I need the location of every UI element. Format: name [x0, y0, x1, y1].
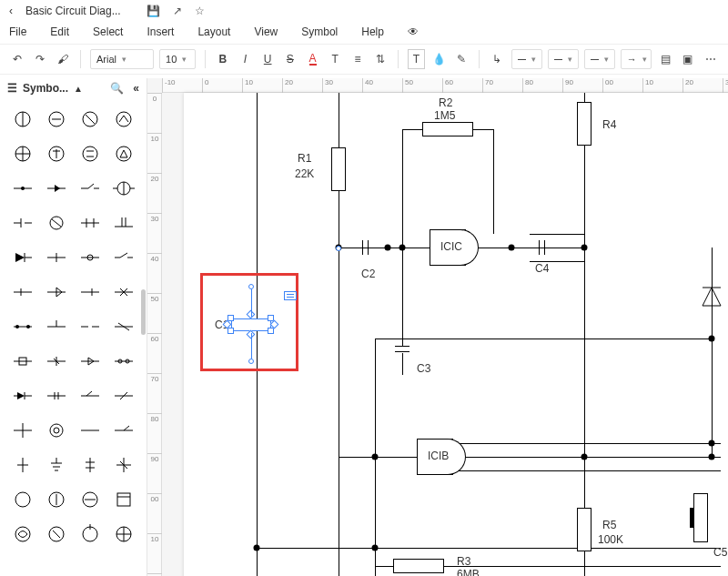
component-r1[interactable]	[331, 147, 346, 191]
menu-layout[interactable]: Layout	[197, 25, 230, 38]
symbol-item[interactable]	[39, 275, 73, 309]
underline-button[interactable]: U	[259, 49, 277, 69]
symbol-item[interactable]	[39, 517, 73, 551]
symbol-item[interactable]	[5, 275, 39, 309]
menu-file[interactable]: File	[9, 25, 26, 38]
back-button[interactable]: ‹	[5, 5, 16, 17]
undo-button[interactable]: ↶	[9, 49, 26, 69]
symbol-item[interactable]	[5, 136, 39, 171]
symbol-item[interactable]	[5, 206, 39, 240]
component-r4[interactable]	[577, 102, 592, 146]
menu-edit[interactable]: Edit	[50, 25, 69, 38]
menu-help[interactable]: Help	[361, 25, 384, 38]
fill-color-button[interactable]: 💧	[430, 49, 448, 69]
symbol-item[interactable]	[74, 275, 107, 309]
symbol-item[interactable]	[107, 136, 141, 171]
symbol-item[interactable]	[107, 344, 141, 379]
share-icon[interactable]: ↗	[173, 5, 182, 17]
format-painter-button[interactable]: 🖌	[54, 49, 71, 69]
component-c1-selected[interactable]	[231, 318, 271, 331]
drawing-page[interactable]: R1 22K R2 1M5 R4 R3 6MB R5 100K C2	[184, 93, 728, 576]
canvas[interactable]: -10 0 10 20 30 40 50 60 70 80 90 00 10 2…	[147, 78, 728, 576]
line-spacing-button[interactable]: ⇅	[371, 49, 389, 69]
symbol-item[interactable]	[39, 102, 73, 136]
symbol-item[interactable]	[107, 379, 141, 413]
star-icon[interactable]: ☆	[195, 5, 205, 17]
symbol-item[interactable]	[5, 344, 39, 379]
symbol-item[interactable]	[5, 171, 39, 206]
component-r2[interactable]	[422, 122, 473, 136]
binoculars-icon[interactable]: 👁	[408, 25, 419, 38]
component-r5[interactable]	[577, 508, 592, 551]
font-size-select[interactable]: 10▾	[159, 49, 196, 69]
symbol-item[interactable]	[39, 171, 73, 206]
more-button[interactable]: ⋯	[702, 49, 719, 69]
symbol-item[interactable]	[107, 171, 141, 206]
menu-symbol[interactable]: Symbol	[301, 25, 338, 38]
arrow-start-select[interactable]: ▾	[584, 49, 615, 69]
symbol-item[interactable]	[5, 482, 39, 517]
chevron-up-icon[interactable]: ▲	[74, 84, 83, 94]
symbol-item[interactable]	[74, 102, 107, 136]
selection-action-icon[interactable]	[284, 291, 297, 300]
layers-button[interactable]: ▤	[657, 49, 674, 69]
arrow-end-select[interactable]: →▾	[621, 49, 652, 69]
symbol-item[interactable]	[107, 517, 141, 551]
symbol-item[interactable]	[107, 413, 141, 448]
symbol-item[interactable]	[74, 171, 107, 206]
page-button[interactable]: ▣	[680, 49, 697, 69]
symbol-item[interactable]	[74, 240, 107, 275]
menu-view[interactable]: View	[254, 25, 278, 38]
collapse-icon[interactable]: «	[133, 82, 139, 95]
strikethrough-button[interactable]: S	[282, 49, 299, 69]
symbol-item[interactable]	[107, 206, 141, 240]
symbol-item[interactable]	[107, 240, 141, 275]
symbol-item[interactable]	[39, 240, 73, 275]
search-icon[interactable]: 🔍	[110, 82, 124, 95]
menu-insert[interactable]: Insert	[147, 25, 174, 38]
symbol-item[interactable]	[107, 102, 141, 136]
symbol-item[interactable]	[5, 448, 39, 482]
symbol-item[interactable]	[39, 344, 73, 379]
line-dash-select[interactable]: ▾	[548, 49, 579, 69]
symbol-item[interactable]	[107, 309, 141, 344]
symbol-item[interactable]	[5, 240, 39, 275]
save-icon[interactable]: 💾	[147, 5, 160, 17]
symbol-item[interactable]	[74, 517, 107, 551]
symbol-item[interactable]	[39, 136, 73, 171]
symbol-item[interactable]	[74, 206, 107, 240]
connector-style-button[interactable]: ↳	[489, 49, 506, 69]
component-diode[interactable]	[699, 284, 724, 313]
bold-button[interactable]: B	[214, 49, 231, 69]
menu-select[interactable]: Select	[93, 25, 123, 38]
symbol-item[interactable]	[39, 448, 73, 482]
symbol-item[interactable]	[5, 102, 39, 136]
symbol-item[interactable]	[74, 344, 107, 379]
symbol-item[interactable]	[5, 517, 39, 551]
font-family-select[interactable]: Arial▾	[90, 49, 154, 69]
symbol-item[interactable]	[5, 413, 39, 448]
symbol-item[interactable]	[74, 136, 107, 171]
redo-button[interactable]: ↷	[32, 49, 49, 69]
symbol-item[interactable]	[107, 482, 141, 517]
font-color-button[interactable]: A	[304, 49, 321, 69]
symbol-item[interactable]	[5, 379, 39, 413]
symbol-item[interactable]	[39, 482, 73, 517]
symbol-item[interactable]	[39, 379, 73, 413]
symbol-item[interactable]	[5, 309, 39, 344]
italic-button[interactable]: I	[237, 49, 254, 69]
line-style-select[interactable]: ▾	[511, 49, 542, 69]
symbol-item[interactable]	[74, 448, 107, 482]
symbol-item[interactable]	[39, 413, 73, 448]
symbol-item[interactable]	[39, 309, 73, 344]
symbol-item[interactable]	[74, 309, 107, 344]
symbol-item[interactable]	[74, 482, 107, 517]
symbol-item[interactable]	[74, 379, 107, 413]
clear-format-button[interactable]: T	[327, 49, 344, 69]
line-color-button[interactable]: ✎	[453, 49, 470, 69]
text-box-button[interactable]: T	[408, 49, 425, 69]
symbol-item[interactable]	[39, 206, 73, 240]
symbol-item[interactable]	[74, 413, 107, 448]
symbol-item[interactable]	[107, 275, 141, 309]
component-r3[interactable]	[393, 559, 444, 573]
